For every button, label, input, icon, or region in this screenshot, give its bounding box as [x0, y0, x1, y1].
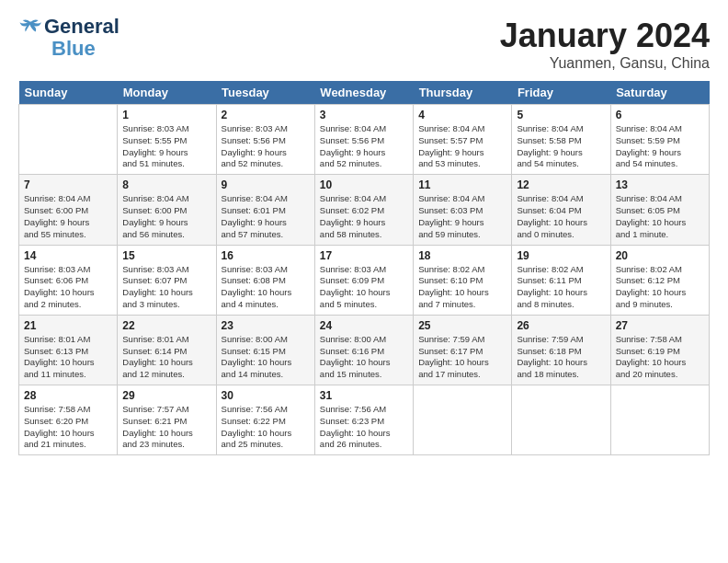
- calendar-cell: 13Sunrise: 8:04 AM Sunset: 6:05 PM Dayli…: [610, 175, 709, 245]
- calendar-cell: 18Sunrise: 8:02 AM Sunset: 6:10 PM Dayli…: [414, 245, 512, 315]
- cell-info: Sunrise: 8:04 AM Sunset: 6:00 PM Dayligh…: [122, 193, 210, 240]
- logo-line: General: [18, 17, 119, 37]
- day-number: 28: [24, 389, 112, 402]
- day-number: 19: [517, 249, 605, 262]
- cell-info: Sunrise: 8:02 AM Sunset: 6:10 PM Dayligh…: [418, 264, 506, 311]
- logo-general: General: [44, 17, 119, 37]
- header: General Blue January 2024 Yuanmen, Gansu…: [18, 17, 710, 72]
- cell-info: Sunrise: 8:02 AM Sunset: 6:11 PM Dayligh…: [517, 264, 605, 311]
- cell-info: Sunrise: 8:04 AM Sunset: 6:03 PM Dayligh…: [418, 193, 506, 240]
- calendar-cell: 31Sunrise: 7:56 AM Sunset: 6:23 PM Dayli…: [314, 385, 413, 455]
- cell-info: Sunrise: 8:04 AM Sunset: 6:02 PM Dayligh…: [320, 193, 408, 240]
- col-tuesday: Tuesday: [216, 81, 314, 105]
- cell-info: Sunrise: 8:04 AM Sunset: 5:57 PM Dayligh…: [418, 123, 506, 170]
- cell-info: Sunrise: 7:57 AM Sunset: 6:21 PM Dayligh…: [122, 404, 210, 451]
- day-number: 21: [24, 319, 112, 332]
- week-row-4: 28Sunrise: 7:58 AM Sunset: 6:20 PM Dayli…: [19, 385, 710, 455]
- day-number: 2: [222, 109, 310, 121]
- day-number: 7: [24, 178, 112, 191]
- calendar-cell: 7Sunrise: 8:04 AM Sunset: 6:00 PM Daylig…: [19, 175, 118, 245]
- calendar-cell: 27Sunrise: 7:58 AM Sunset: 6:19 PM Dayli…: [610, 315, 709, 385]
- calendar-cell: [414, 385, 512, 455]
- day-number: 4: [418, 109, 506, 121]
- day-number: 17: [320, 249, 408, 262]
- col-monday: Monday: [118, 81, 216, 105]
- cell-info: Sunrise: 8:03 AM Sunset: 5:56 PM Dayligh…: [222, 123, 310, 170]
- cell-info: Sunrise: 7:59 AM Sunset: 6:18 PM Dayligh…: [517, 334, 605, 381]
- calendar-title: January 2024: [500, 17, 710, 55]
- calendar-subtitle: Yuanmen, Gansu, China: [500, 55, 710, 72]
- calendar-cell: 2Sunrise: 8:03 AM Sunset: 5:56 PM Daylig…: [216, 105, 314, 175]
- calendar-cell: 15Sunrise: 8:03 AM Sunset: 6:07 PM Dayli…: [118, 245, 216, 315]
- calendar-cell: 1Sunrise: 8:03 AM Sunset: 5:55 PM Daylig…: [118, 105, 216, 175]
- day-number: 25: [418, 319, 506, 332]
- day-number: 23: [222, 319, 310, 332]
- calendar-cell: 9Sunrise: 8:04 AM Sunset: 6:01 PM Daylig…: [216, 175, 314, 245]
- cell-info: Sunrise: 8:04 AM Sunset: 5:56 PM Dayligh…: [320, 123, 408, 170]
- calendar-cell: 24Sunrise: 8:00 AM Sunset: 6:16 PM Dayli…: [314, 315, 413, 385]
- col-saturday: Saturday: [610, 81, 709, 105]
- day-number: 11: [418, 178, 506, 191]
- week-row-3: 21Sunrise: 8:01 AM Sunset: 6:13 PM Dayli…: [19, 315, 710, 385]
- cell-info: Sunrise: 8:03 AM Sunset: 6:08 PM Dayligh…: [222, 264, 310, 311]
- cell-info: Sunrise: 8:03 AM Sunset: 5:55 PM Dayligh…: [122, 123, 210, 170]
- header-row: Sunday Monday Tuesday Wednesday Thursday…: [19, 81, 710, 105]
- page: General Blue January 2024 Yuanmen, Gansu…: [0, 0, 728, 465]
- col-thursday: Thursday: [414, 81, 512, 105]
- cell-info: Sunrise: 7:56 AM Sunset: 6:22 PM Dayligh…: [222, 404, 310, 451]
- day-number: 3: [320, 109, 408, 121]
- day-number: 1: [122, 109, 210, 121]
- calendar-cell: 19Sunrise: 8:02 AM Sunset: 6:11 PM Dayli…: [512, 245, 610, 315]
- cell-info: Sunrise: 7:56 AM Sunset: 6:23 PM Dayligh…: [320, 404, 408, 451]
- col-sunday: Sunday: [19, 81, 118, 105]
- calendar-cell: 4Sunrise: 8:04 AM Sunset: 5:57 PM Daylig…: [414, 105, 512, 175]
- day-number: 29: [122, 389, 210, 402]
- day-number: 20: [616, 249, 704, 262]
- title-block: January 2024 Yuanmen, Gansu, China: [500, 17, 710, 72]
- calendar-cell: 10Sunrise: 8:04 AM Sunset: 6:02 PM Dayli…: [314, 175, 413, 245]
- cell-info: Sunrise: 8:04 AM Sunset: 6:04 PM Dayligh…: [517, 193, 605, 240]
- cell-info: Sunrise: 8:02 AM Sunset: 6:12 PM Dayligh…: [616, 264, 704, 311]
- calendar-cell: 3Sunrise: 8:04 AM Sunset: 5:56 PM Daylig…: [314, 105, 413, 175]
- day-number: 14: [24, 249, 112, 262]
- week-row-2: 14Sunrise: 8:03 AM Sunset: 6:06 PM Dayli…: [19, 245, 710, 315]
- day-number: 8: [122, 178, 210, 191]
- calendar-cell: [19, 105, 118, 175]
- calendar-cell: 11Sunrise: 8:04 AM Sunset: 6:03 PM Dayli…: [414, 175, 512, 245]
- logo-blue: Blue: [51, 37, 96, 61]
- day-number: 5: [517, 109, 605, 121]
- cell-info: Sunrise: 7:59 AM Sunset: 6:17 PM Dayligh…: [418, 334, 506, 381]
- calendar-cell: 29Sunrise: 7:57 AM Sunset: 6:21 PM Dayli…: [118, 385, 216, 455]
- day-number: 24: [320, 319, 408, 332]
- day-number: 31: [320, 389, 408, 402]
- logo-bird-icon: [18, 18, 44, 35]
- cell-info: Sunrise: 8:04 AM Sunset: 6:05 PM Dayligh…: [616, 193, 704, 240]
- calendar-cell: 8Sunrise: 8:04 AM Sunset: 6:00 PM Daylig…: [118, 175, 216, 245]
- calendar-cell: [610, 385, 709, 455]
- day-number: 30: [222, 389, 310, 402]
- cell-info: Sunrise: 7:58 AM Sunset: 6:20 PM Dayligh…: [24, 404, 112, 451]
- cell-info: Sunrise: 8:04 AM Sunset: 5:58 PM Dayligh…: [517, 123, 605, 170]
- day-number: 18: [418, 249, 506, 262]
- calendar-cell: 30Sunrise: 7:56 AM Sunset: 6:22 PM Dayli…: [216, 385, 314, 455]
- calendar-cell: 12Sunrise: 8:04 AM Sunset: 6:04 PM Dayli…: [512, 175, 610, 245]
- week-row-0: 1Sunrise: 8:03 AM Sunset: 5:55 PM Daylig…: [19, 105, 710, 175]
- cell-info: Sunrise: 8:01 AM Sunset: 6:13 PM Dayligh…: [24, 334, 112, 381]
- cell-info: Sunrise: 8:00 AM Sunset: 6:15 PM Dayligh…: [222, 334, 310, 381]
- cell-info: Sunrise: 7:58 AM Sunset: 6:19 PM Dayligh…: [616, 334, 704, 381]
- cell-info: Sunrise: 8:01 AM Sunset: 6:14 PM Dayligh…: [122, 334, 210, 381]
- day-number: 10: [320, 178, 408, 191]
- day-number: 26: [517, 319, 605, 332]
- cell-info: Sunrise: 8:03 AM Sunset: 6:07 PM Dayligh…: [122, 264, 210, 311]
- day-number: 13: [616, 178, 704, 191]
- day-number: 16: [222, 249, 310, 262]
- calendar-cell: 16Sunrise: 8:03 AM Sunset: 6:08 PM Dayli…: [216, 245, 314, 315]
- cell-info: Sunrise: 8:04 AM Sunset: 5:59 PM Dayligh…: [616, 123, 704, 170]
- cell-info: Sunrise: 8:03 AM Sunset: 6:09 PM Dayligh…: [320, 264, 408, 311]
- col-wednesday: Wednesday: [314, 81, 413, 105]
- day-number: 12: [517, 178, 605, 191]
- day-number: 22: [122, 319, 210, 332]
- col-friday: Friday: [512, 81, 610, 105]
- cell-info: Sunrise: 8:03 AM Sunset: 6:06 PM Dayligh…: [24, 264, 112, 311]
- day-number: 27: [616, 319, 704, 332]
